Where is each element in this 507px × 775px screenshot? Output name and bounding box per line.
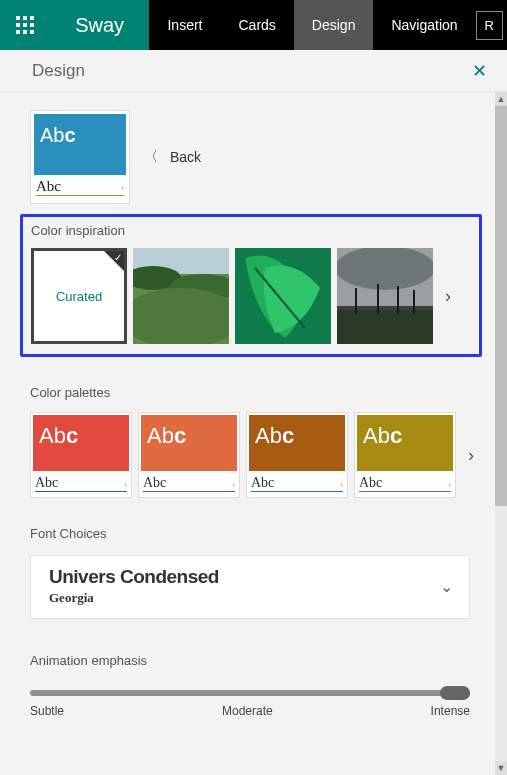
check-icon: ✓ (114, 252, 122, 263)
svg-rect-3 (16, 23, 20, 27)
inspiration-next-icon[interactable]: › (439, 286, 457, 307)
theme-back-row: Abc Abc › 〈 Back (30, 110, 492, 204)
chevron-down-icon: ⌄ (440, 577, 453, 596)
svg-point-18 (337, 248, 433, 290)
svg-rect-4 (23, 23, 27, 27)
svg-point-13 (133, 288, 229, 344)
svg-rect-20 (355, 288, 357, 314)
panel-title: Design (32, 61, 85, 81)
scroll-thumb[interactable] (495, 106, 507, 506)
animation-emphasis-section: Animation emphasis Subtle Moderate Inten… (30, 653, 470, 718)
svg-rect-21 (377, 284, 379, 314)
svg-rect-22 (397, 286, 399, 314)
slider-label-intense: Intense (431, 704, 470, 718)
theme-bottom-text: Abc (36, 178, 61, 195)
svg-rect-1 (23, 16, 27, 20)
back-button[interactable]: 〈 Back (144, 148, 201, 166)
inspiration-image-3[interactable] (337, 248, 433, 344)
back-label: Back (170, 149, 201, 165)
chevron-left-icon: 〈 (144, 148, 158, 166)
color-inspiration-section: Color inspiration ✓ Curated › (20, 214, 482, 357)
palette-card-3[interactable]: Abc Abc› (354, 412, 456, 498)
inspiration-row: ✓ Curated › (31, 248, 471, 344)
section-label-palettes: Color palettes (30, 385, 492, 400)
section-label-animation: Animation emphasis (30, 653, 470, 668)
emphasis-slider[interactable] (30, 690, 470, 696)
tab-navigation[interactable]: Navigation (373, 0, 475, 50)
waffle-icon (16, 16, 34, 34)
font-selector[interactable]: Univers Condensed Georgia ⌄ (30, 555, 470, 619)
inspiration-image-1[interactable] (133, 248, 229, 344)
svg-rect-23 (413, 290, 415, 314)
curated-label: Curated (56, 289, 102, 304)
svg-rect-6 (16, 30, 20, 34)
scrollbar[interactable]: ▲ ▼ (495, 92, 507, 775)
palette-card-0[interactable]: Abc Abc› (30, 412, 132, 498)
inspiration-image-2[interactable] (235, 248, 331, 344)
tab-design[interactable]: Design (294, 0, 374, 50)
svg-rect-8 (30, 30, 34, 34)
font-primary: Univers Condensed (49, 566, 219, 588)
section-label-inspiration: Color inspiration (31, 223, 471, 238)
tab-cards[interactable]: Cards (221, 0, 294, 50)
top-nav: Sway Insert Cards Design Navigation R (0, 0, 507, 50)
inspiration-curated[interactable]: ✓ Curated (31, 248, 127, 344)
palette-row: Abc Abc› Abc Abc› Abc Abc› Abc Abc› › (30, 412, 492, 498)
svg-rect-5 (30, 23, 34, 27)
theme-top-text: c (64, 124, 75, 146)
svg-rect-2 (30, 16, 34, 20)
palette-card-2[interactable]: Abc Abc› (246, 412, 348, 498)
chevron-right-icon: › (121, 181, 124, 192)
right-button[interactable]: R (476, 11, 503, 40)
svg-rect-7 (23, 30, 27, 34)
tab-insert[interactable]: Insert (149, 0, 220, 50)
svg-rect-0 (16, 16, 20, 20)
panel-content: Abc Abc › 〈 Back Color inspiration ✓ Cur… (0, 92, 507, 775)
panel-header: Design ✕ (0, 50, 507, 92)
section-label-fonts: Font Choices (30, 526, 492, 541)
palette-next-icon[interactable]: › (462, 445, 480, 466)
palette-card-1[interactable]: Abc Abc› (138, 412, 240, 498)
brand-label: Sway (50, 0, 150, 50)
svg-rect-19 (337, 310, 433, 344)
current-theme-preview[interactable]: Abc Abc › (30, 110, 130, 204)
scroll-down-icon[interactable]: ▼ (495, 761, 507, 775)
font-secondary: Georgia (49, 590, 219, 606)
scroll-up-icon[interactable]: ▲ (495, 92, 507, 106)
app-launcher-icon[interactable] (0, 0, 50, 50)
close-icon[interactable]: ✕ (472, 60, 487, 82)
slider-thumb[interactable] (440, 686, 470, 700)
slider-label-moderate: Moderate (222, 704, 273, 718)
slider-label-subtle: Subtle (30, 704, 64, 718)
